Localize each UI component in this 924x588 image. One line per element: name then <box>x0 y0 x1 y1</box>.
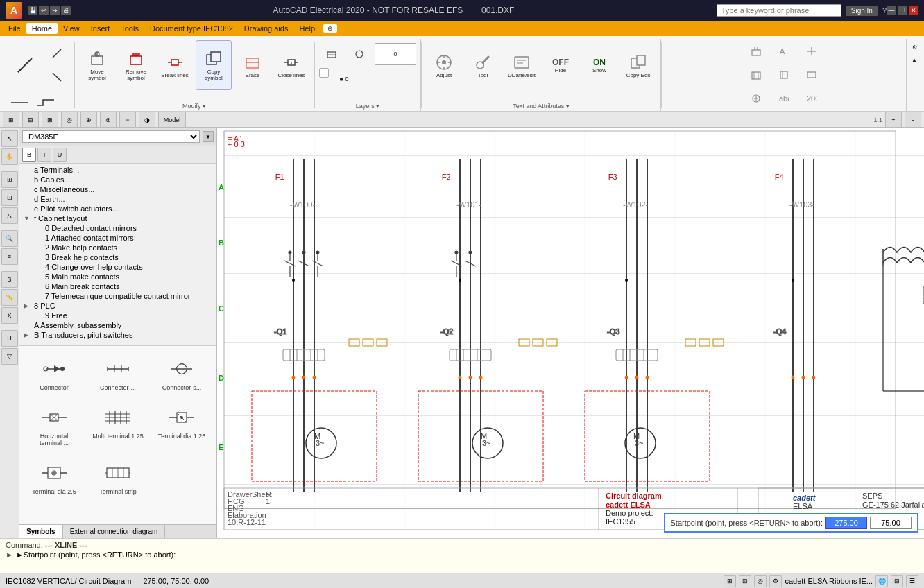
menu-help[interactable]: Help <box>293 23 320 34</box>
tree-item-terminals[interactable]: a Terminals... <box>21 165 215 175</box>
symbol-multiterminal[interactable]: Multi terminal 1.25 <box>89 400 147 450</box>
tool-insert[interactable]: ⊞ <box>1 171 18 188</box>
copy-symbol-btn[interactable]: Copy symbol <box>196 40 232 90</box>
toolbar-polar[interactable]: ◎ <box>61 112 78 128</box>
tree-item-pilot[interactable]: e Pilot switch actuators... <box>21 204 215 214</box>
show-btn[interactable]: ON Show <box>581 40 617 90</box>
util-btn7[interactable] <box>799 40 824 62</box>
status-layout-btn[interactable]: ⊟ <box>891 575 903 587</box>
tool-select[interactable]: ↖ <box>1 130 18 147</box>
toolbar-lineweight[interactable]: ≡ <box>119 112 136 128</box>
color-white[interactable] <box>319 68 329 78</box>
tool-xref[interactable]: X <box>1 307 18 324</box>
tb-underline[interactable]: U <box>53 148 67 162</box>
tree-item-assembly[interactable]: A Assembly, subassembly <box>21 320 215 330</box>
remove-symbol-btn[interactable]: Remove symbol <box>118 40 154 90</box>
toolbar-ortho[interactable]: ⊠ <box>42 112 58 128</box>
move-symbol-btn[interactable]: Move symbol <box>79 40 115 90</box>
tool-extra1[interactable]: U <box>1 330 18 347</box>
quick-access-save[interactable]: 💾 <box>28 6 37 15</box>
tab-symbols[interactable]: Symbols <box>19 525 63 538</box>
close-lines-btn[interactable]: Close lines <box>273 40 309 90</box>
menu-document-type[interactable]: Document type IEC1082 <box>144 23 239 34</box>
status-osnap-btn[interactable]: ◎ <box>754 575 767 587</box>
tree-item-main-break[interactable]: 6 Main break contacts <box>21 282 215 291</box>
coord-x-input[interactable] <box>825 517 867 529</box>
search-input[interactable] <box>717 4 841 17</box>
tree-item-changeover[interactable]: 4 Change-over help contacts <box>21 262 215 272</box>
menu-home[interactable]: Home <box>26 23 58 34</box>
break-lines-btn[interactable]: Break lines <box>157 40 193 90</box>
tb-bold[interactable]: B <box>22 148 36 162</box>
status-extra-btn[interactable]: ☰ <box>906 575 918 587</box>
tree-item-telemec[interactable]: 7 Telemecanique compatible contact mirro… <box>21 291 215 301</box>
layers-btn3[interactable]: 0 <box>375 43 416 65</box>
draw-diagonal2-btn[interactable] <box>44 66 69 88</box>
toolbar-otrack[interactable]: ⊗ <box>100 112 117 128</box>
symbol-connector[interactable]: Connector <box>25 352 83 395</box>
symbol-connector3[interactable]: Connector-s... <box>153 352 211 395</box>
util-btn9[interactable]: 200 <box>799 87 824 110</box>
close-button[interactable]: ✕ <box>909 6 918 15</box>
symbol-hterminal[interactable]: Horizontal terminal ... <box>25 400 83 450</box>
quick-access-undo[interactable]: ↩ <box>39 6 49 15</box>
ribbon-expand-btn[interactable]: ▲ <box>909 54 920 65</box>
canvas-area[interactable]: = A1 + 0 3 <box>217 128 924 538</box>
draw-hline-btn[interactable] <box>7 92 32 112</box>
tb-italic[interactable]: I <box>37 148 51 162</box>
tree-item-misc[interactable]: c Miscellaneous... <box>21 184 215 194</box>
layers-color-btn[interactable]: ■ 0 <box>330 68 358 90</box>
library-selector[interactable]: DM385E <box>22 130 200 143</box>
menu-insert[interactable]: Insert <box>85 23 116 34</box>
tab-external-connection[interactable]: External connection diagram <box>63 525 166 538</box>
tree-item-earth[interactable]: d Earth... <box>21 194 215 204</box>
menu-file[interactable]: File <box>3 23 26 34</box>
tool-wire[interactable]: ⊡ <box>1 189 18 206</box>
util-btn8[interactable] <box>799 64 824 86</box>
menu-extra[interactable]: ⊕ <box>323 24 337 33</box>
status-grid-btn[interactable]: ⊞ <box>724 575 736 587</box>
canvas-zoom-out[interactable]: - <box>905 112 921 128</box>
status-settings-btn[interactable]: ⚙ <box>769 575 782 587</box>
tool-pan[interactable]: ✋ <box>1 148 18 165</box>
coord-y-input[interactable] <box>870 517 912 529</box>
util-btn6[interactable]: abc <box>771 87 796 110</box>
tree-item-make-help[interactable]: 2 Make help contacts <box>21 243 215 252</box>
tree-item-plc[interactable]: ▶ 8 PLC <box>21 301 215 311</box>
symbol-terminal25[interactable]: Terminal dia 2.5 <box>25 456 83 499</box>
tool-measure[interactable]: 📏 <box>1 289 18 306</box>
layers-btn2[interactable] <box>347 43 372 65</box>
util-btn1[interactable] <box>744 40 769 62</box>
tree-item-break-help[interactable]: 3 Break help contacts <box>21 252 215 262</box>
tree-item-free[interactable]: 9 Free <box>21 311 215 320</box>
layers-btn1[interactable] <box>319 43 344 65</box>
tool-btn[interactable]: Tool <box>465 40 501 90</box>
ribbon-settings-btn[interactable]: ⚙ <box>909 42 920 53</box>
toolbar-osnap[interactable]: ⊕ <box>80 112 97 128</box>
status-snap-btn[interactable]: ⊡ <box>739 575 751 587</box>
signin-button[interactable]: Sign In <box>846 6 878 16</box>
tree-item-attached[interactable]: 1 Attached contact mirrors <box>21 233 215 243</box>
toolbar-snap[interactable]: ⊞ <box>3 112 19 128</box>
quick-access-print[interactable]: 🖨 <box>61 6 71 15</box>
tree-item-main-make[interactable]: 5 Main make contacts <box>21 272 215 282</box>
maximize-button[interactable]: ❐ <box>898 6 907 15</box>
panel-dropdown-btn[interactable]: ▼ <box>203 131 214 142</box>
minimize-button[interactable]: — <box>887 6 896 15</box>
symbol-connector2[interactable]: Connector-... <box>89 352 147 395</box>
status-globe-btn[interactable]: 🌐 <box>875 575 888 587</box>
ddatte-btn[interactable]: DDatte/edit <box>504 40 540 90</box>
util-btn3[interactable] <box>744 87 769 110</box>
toolbar-transparency[interactable]: ◑ <box>139 112 155 128</box>
util-btn4[interactable]: A <box>771 40 796 62</box>
quick-access-redo[interactable]: ↪ <box>50 6 60 15</box>
tree-item-transducers[interactable]: ▶ B Transducers, pilot switches <box>21 330 215 340</box>
tool-properties[interactable]: ≡ <box>1 248 18 265</box>
util-btn5[interactable] <box>771 64 796 86</box>
toolbar-model[interactable]: Model <box>158 112 186 128</box>
draw-diagonal1-btn[interactable] <box>44 42 69 64</box>
adjust-btn[interactable]: Adjust <box>426 40 462 90</box>
canvas-zoom-in[interactable]: + <box>885 112 902 128</box>
hide-btn[interactable]: OFF Hide <box>542 40 579 90</box>
symbol-terminal125[interactable]: Terminal dia 1.25 <box>153 400 211 450</box>
